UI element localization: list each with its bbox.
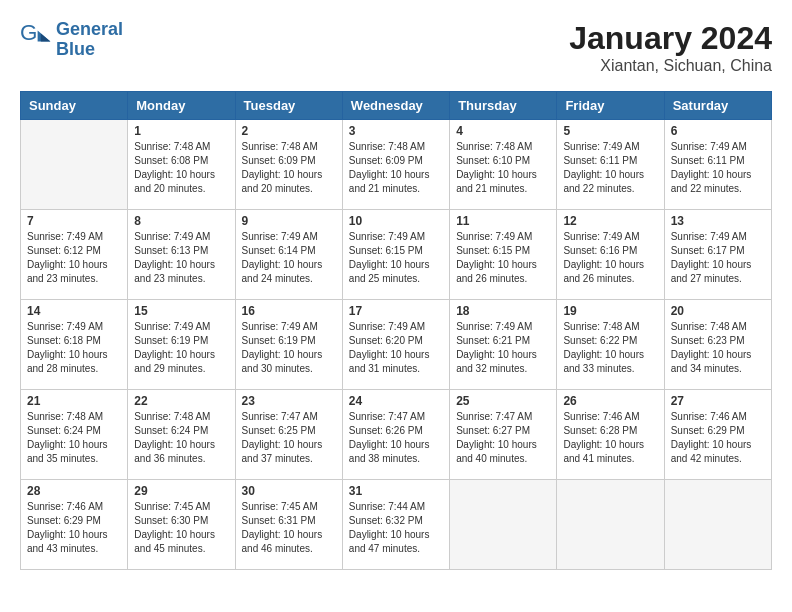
day-number: 19 [563, 304, 657, 318]
day-number: 13 [671, 214, 765, 228]
day-number: 22 [134, 394, 228, 408]
day-cell: 29Sunrise: 7:45 AM Sunset: 6:30 PM Dayli… [128, 480, 235, 570]
day-info: Sunrise: 7:48 AM Sunset: 6:09 PM Dayligh… [349, 140, 443, 196]
day-info: Sunrise: 7:49 AM Sunset: 6:17 PM Dayligh… [671, 230, 765, 286]
day-info: Sunrise: 7:48 AM Sunset: 6:24 PM Dayligh… [27, 410, 121, 466]
day-number: 28 [27, 484, 121, 498]
page-header: G General Blue January 2024 Xiantan, Sic… [20, 20, 772, 75]
day-info: Sunrise: 7:49 AM Sunset: 6:18 PM Dayligh… [27, 320, 121, 376]
day-info: Sunrise: 7:49 AM Sunset: 6:13 PM Dayligh… [134, 230, 228, 286]
day-info: Sunrise: 7:49 AM Sunset: 6:19 PM Dayligh… [134, 320, 228, 376]
day-number: 24 [349, 394, 443, 408]
week-row-2: 7Sunrise: 7:49 AM Sunset: 6:12 PM Daylig… [21, 210, 772, 300]
day-info: Sunrise: 7:48 AM Sunset: 6:24 PM Dayligh… [134, 410, 228, 466]
day-cell: 11Sunrise: 7:49 AM Sunset: 6:15 PM Dayli… [450, 210, 557, 300]
day-cell: 20Sunrise: 7:48 AM Sunset: 6:23 PM Dayli… [664, 300, 771, 390]
logo-icon: G [20, 24, 52, 56]
week-row-4: 21Sunrise: 7:48 AM Sunset: 6:24 PM Dayli… [21, 390, 772, 480]
day-cell: 5Sunrise: 7:49 AM Sunset: 6:11 PM Daylig… [557, 120, 664, 210]
day-info: Sunrise: 7:46 AM Sunset: 6:29 PM Dayligh… [27, 500, 121, 556]
day-cell: 31Sunrise: 7:44 AM Sunset: 6:32 PM Dayli… [342, 480, 449, 570]
day-info: Sunrise: 7:49 AM Sunset: 6:14 PM Dayligh… [242, 230, 336, 286]
day-cell: 8Sunrise: 7:49 AM Sunset: 6:13 PM Daylig… [128, 210, 235, 300]
day-number: 30 [242, 484, 336, 498]
day-number: 2 [242, 124, 336, 138]
day-cell: 7Sunrise: 7:49 AM Sunset: 6:12 PM Daylig… [21, 210, 128, 300]
day-cell: 23Sunrise: 7:47 AM Sunset: 6:25 PM Dayli… [235, 390, 342, 480]
page-subtitle: Xiantan, Sichuan, China [569, 57, 772, 75]
day-cell: 3Sunrise: 7:48 AM Sunset: 6:09 PM Daylig… [342, 120, 449, 210]
day-number: 29 [134, 484, 228, 498]
day-cell: 16Sunrise: 7:49 AM Sunset: 6:19 PM Dayli… [235, 300, 342, 390]
day-number: 5 [563, 124, 657, 138]
day-info: Sunrise: 7:45 AM Sunset: 6:31 PM Dayligh… [242, 500, 336, 556]
day-info: Sunrise: 7:48 AM Sunset: 6:22 PM Dayligh… [563, 320, 657, 376]
title-block: January 2024 Xiantan, Sichuan, China [569, 20, 772, 75]
day-cell: 12Sunrise: 7:49 AM Sunset: 6:16 PM Dayli… [557, 210, 664, 300]
day-cell: 24Sunrise: 7:47 AM Sunset: 6:26 PM Dayli… [342, 390, 449, 480]
day-info: Sunrise: 7:45 AM Sunset: 6:30 PM Dayligh… [134, 500, 228, 556]
week-row-5: 28Sunrise: 7:46 AM Sunset: 6:29 PM Dayli… [21, 480, 772, 570]
day-cell: 15Sunrise: 7:49 AM Sunset: 6:19 PM Dayli… [128, 300, 235, 390]
day-info: Sunrise: 7:47 AM Sunset: 6:26 PM Dayligh… [349, 410, 443, 466]
day-info: Sunrise: 7:44 AM Sunset: 6:32 PM Dayligh… [349, 500, 443, 556]
day-info: Sunrise: 7:49 AM Sunset: 6:16 PM Dayligh… [563, 230, 657, 286]
day-number: 31 [349, 484, 443, 498]
calendar-header: SundayMondayTuesdayWednesdayThursdayFrid… [21, 92, 772, 120]
day-cell [557, 480, 664, 570]
day-number: 27 [671, 394, 765, 408]
header-cell-friday: Friday [557, 92, 664, 120]
day-cell: 17Sunrise: 7:49 AM Sunset: 6:20 PM Dayli… [342, 300, 449, 390]
day-number: 18 [456, 304, 550, 318]
day-cell: 28Sunrise: 7:46 AM Sunset: 6:29 PM Dayli… [21, 480, 128, 570]
day-cell: 18Sunrise: 7:49 AM Sunset: 6:21 PM Dayli… [450, 300, 557, 390]
day-cell: 9Sunrise: 7:49 AM Sunset: 6:14 PM Daylig… [235, 210, 342, 300]
calendar-table: SundayMondayTuesdayWednesdayThursdayFrid… [20, 91, 772, 570]
day-info: Sunrise: 7:49 AM Sunset: 6:12 PM Dayligh… [27, 230, 121, 286]
day-cell: 4Sunrise: 7:48 AM Sunset: 6:10 PM Daylig… [450, 120, 557, 210]
day-info: Sunrise: 7:49 AM Sunset: 6:20 PM Dayligh… [349, 320, 443, 376]
day-cell: 6Sunrise: 7:49 AM Sunset: 6:11 PM Daylig… [664, 120, 771, 210]
calendar-body: 1Sunrise: 7:48 AM Sunset: 6:08 PM Daylig… [21, 120, 772, 570]
svg-text:G: G [20, 24, 37, 45]
day-info: Sunrise: 7:47 AM Sunset: 6:25 PM Dayligh… [242, 410, 336, 466]
day-number: 23 [242, 394, 336, 408]
day-number: 9 [242, 214, 336, 228]
header-cell-wednesday: Wednesday [342, 92, 449, 120]
day-info: Sunrise: 7:48 AM Sunset: 6:23 PM Dayligh… [671, 320, 765, 376]
day-number: 14 [27, 304, 121, 318]
header-cell-thursday: Thursday [450, 92, 557, 120]
logo-text: General Blue [56, 20, 123, 60]
day-number: 15 [134, 304, 228, 318]
day-cell: 21Sunrise: 7:48 AM Sunset: 6:24 PM Dayli… [21, 390, 128, 480]
day-number: 4 [456, 124, 550, 138]
day-info: Sunrise: 7:48 AM Sunset: 6:08 PM Dayligh… [134, 140, 228, 196]
day-info: Sunrise: 7:47 AM Sunset: 6:27 PM Dayligh… [456, 410, 550, 466]
day-cell: 1Sunrise: 7:48 AM Sunset: 6:08 PM Daylig… [128, 120, 235, 210]
day-cell [21, 120, 128, 210]
day-number: 16 [242, 304, 336, 318]
day-cell: 19Sunrise: 7:48 AM Sunset: 6:22 PM Dayli… [557, 300, 664, 390]
day-number: 11 [456, 214, 550, 228]
day-number: 25 [456, 394, 550, 408]
day-number: 21 [27, 394, 121, 408]
logo-line1: General [56, 19, 123, 39]
page-title: January 2024 [569, 20, 772, 57]
day-number: 26 [563, 394, 657, 408]
day-info: Sunrise: 7:49 AM Sunset: 6:11 PM Dayligh… [563, 140, 657, 196]
header-cell-tuesday: Tuesday [235, 92, 342, 120]
logo-line2: Blue [56, 39, 95, 59]
header-cell-sunday: Sunday [21, 92, 128, 120]
day-cell: 22Sunrise: 7:48 AM Sunset: 6:24 PM Dayli… [128, 390, 235, 480]
day-info: Sunrise: 7:48 AM Sunset: 6:10 PM Dayligh… [456, 140, 550, 196]
week-row-3: 14Sunrise: 7:49 AM Sunset: 6:18 PM Dayli… [21, 300, 772, 390]
header-cell-monday: Monday [128, 92, 235, 120]
day-number: 20 [671, 304, 765, 318]
day-info: Sunrise: 7:48 AM Sunset: 6:09 PM Dayligh… [242, 140, 336, 196]
week-row-1: 1Sunrise: 7:48 AM Sunset: 6:08 PM Daylig… [21, 120, 772, 210]
day-info: Sunrise: 7:49 AM Sunset: 6:15 PM Dayligh… [349, 230, 443, 286]
logo: G General Blue [20, 20, 123, 60]
day-number: 12 [563, 214, 657, 228]
day-number: 3 [349, 124, 443, 138]
day-info: Sunrise: 7:49 AM Sunset: 6:21 PM Dayligh… [456, 320, 550, 376]
